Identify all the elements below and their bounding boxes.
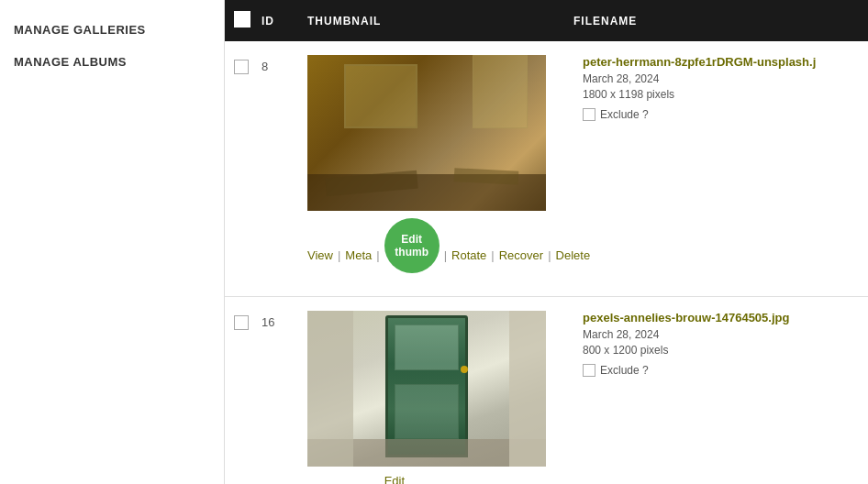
header-filename-col: FILENAME: [573, 15, 859, 28]
row-1-edit-thumb-button[interactable]: Edit thumb: [384, 218, 440, 273]
row-1-id-value: 8: [262, 60, 268, 73]
row-1-exclude-checkbox[interactable]: [583, 108, 595, 121]
header-id-col: ID: [262, 15, 307, 28]
sep9: |: [474, 481, 477, 485]
sep1: |: [338, 248, 340, 262]
sep2: |: [376, 248, 379, 262]
row-2-exclude: Exclude ?: [583, 364, 859, 377]
row-2-thumbnail: View | Meta | Edit thumb | Rotate | Reco…: [307, 311, 573, 484]
sidebar: MANAGE GALLERIES MANAGE ALBUMS: [0, 0, 225, 484]
row-1-date: March 28, 2024: [583, 72, 859, 85]
sidebar-item-galleries-label: MANAGE GALLERIES: [14, 23, 146, 37]
row-1-view-link[interactable]: View: [307, 248, 333, 262]
sidebar-item-galleries[interactable]: MANAGE GALLERIES: [0, 14, 224, 46]
row-1-edit-thumb-label: Edit thumb: [384, 233, 440, 258]
row-1-id: 8: [262, 55, 307, 73]
row-2-delete-link[interactable]: Delete: [539, 481, 573, 485]
row-1-check: [234, 55, 262, 77]
header-filename-label: FILENAME: [573, 15, 637, 28]
header-id-label: ID: [262, 15, 274, 28]
row-1-delete-link[interactable]: Delete: [556, 248, 591, 262]
sep4: |: [491, 248, 494, 262]
row-1-exclude: Exclude ?: [583, 108, 859, 121]
row-2-id: 16: [262, 311, 307, 329]
row-1-recover-link[interactable]: Recover: [499, 248, 543, 262]
row-1-info: peter-herrmann-8zpfe1rDRGM-unsplash.j Ma…: [573, 55, 859, 121]
row-2-dimensions: 800 x 1200 pixels: [583, 344, 859, 357]
row-1-rotate-link[interactable]: Rotate: [451, 248, 486, 262]
row-2-edit-thumb-link[interactable]: Edit thumb: [384, 474, 423, 484]
row-2-thumb-image: [307, 311, 546, 467]
row-1-meta-link[interactable]: Meta: [345, 248, 372, 262]
select-all-checkbox[interactable]: [234, 11, 250, 28]
table-row: 8 View | Meta | Edit thumb: [225, 41, 868, 297]
row-2-actions: View | Meta | Edit thumb | Rotate | Reco…: [307, 474, 573, 484]
main-content: ID THUMBNAIL FILENAME 8: [225, 0, 868, 484]
sep8: |: [428, 481, 430, 485]
row-2-rotate-link[interactable]: Rotate: [435, 481, 470, 485]
sep7: |: [376, 481, 379, 485]
row-2-info: pexels-annelies-brouw-14764505.jpg March…: [573, 311, 859, 377]
row-1-thumb-image: [307, 55, 546, 211]
row-1-filename[interactable]: peter-herrmann-8zpfe1rDRGM-unsplash.j: [583, 55, 859, 69]
header-check-col: [234, 11, 262, 30]
sep3: |: [444, 248, 447, 262]
row-2-meta-link[interactable]: Meta: [345, 481, 372, 485]
row-1-exclude-label: Exclude ?: [600, 108, 649, 121]
header-thumbnail-label: THUMBNAIL: [307, 15, 381, 28]
row-2-view-link[interactable]: View: [307, 481, 333, 485]
row-2-checkbox[interactable]: [234, 315, 249, 330]
sidebar-item-albums-label: MANAGE ALBUMS: [14, 55, 127, 69]
table-row: 16 View | Meta | Edit thumb | Rotate: [225, 297, 868, 484]
header-thumbnail-col: THUMBNAIL: [307, 15, 573, 28]
row-2-check: [234, 311, 262, 333]
table-header: ID THUMBNAIL FILENAME: [225, 0, 868, 41]
row-1-actions: View | Meta | Edit thumb | Rotate | Reco…: [307, 218, 573, 282]
row-1-thumbnail: View | Meta | Edit thumb | Rotate | Reco…: [307, 55, 573, 282]
sidebar-item-albums[interactable]: MANAGE ALBUMS: [0, 46, 224, 78]
row-2-exclude-label: Exclude ?: [600, 364, 649, 377]
sep10: |: [531, 481, 534, 485]
row-1-dimensions: 1800 x 1198 pixels: [583, 88, 859, 101]
row-2-filename[interactable]: pexels-annelies-brouw-14764505.jpg: [583, 311, 859, 324]
row-2-recover-link[interactable]: Recover: [483, 481, 527, 485]
row-2-id-value: 16: [262, 315, 274, 329]
row-1-checkbox[interactable]: [234, 60, 249, 74]
row-2-exclude-checkbox[interactable]: [583, 364, 595, 377]
sep5: |: [548, 248, 551, 262]
row-2-date: March 28, 2024: [583, 328, 859, 341]
sep6: |: [338, 481, 340, 485]
